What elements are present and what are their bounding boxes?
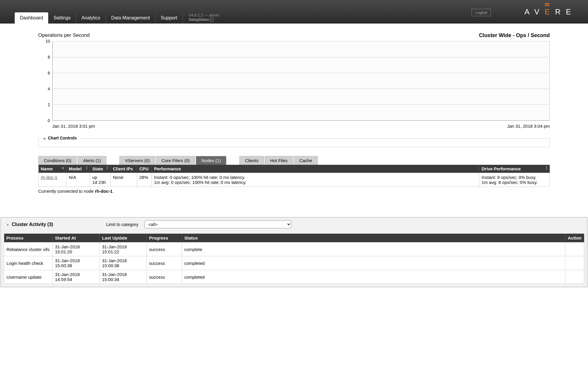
cell-updated: 31-Jan-2018 15:01:22 [100,242,147,256]
col-cpu[interactable]: CPU [137,165,152,173]
tab-data-management[interactable]: Data Management [106,12,156,24]
chart-controls-toggle[interactable]: Chart Controls [42,136,78,140]
logout-button[interactable]: Logout [472,9,491,16]
cluster-activity-toggle[interactable]: Cluster Activity (3) [6,222,53,227]
version-info: V4.8.2.2 --- admin SetupDemo ≡ [189,13,219,24]
limit-category-label: Limit to category [106,222,138,227]
chart-area: 10 8 6 4 2 0 Jan 31, 2018 3:01 pm Jan 31… [44,41,550,127]
avere-logo: AVERE [524,7,576,16]
col-last-update[interactable]: Last Update [100,234,147,242]
tab-analytics[interactable]: Analytics [76,12,106,24]
cell-client-ips: None [111,173,137,187]
tab-cache[interactable]: Cache [294,156,318,165]
cell-started: 31-Jan-2018 15:01:20 [53,242,100,256]
cell-started: 31-Jan-2018 15:00:38 [53,256,100,270]
cluster-menu-icon[interactable]: ≡ [210,18,213,22]
col-drive-performance[interactable]: Drive Performance▲▼ [479,165,550,173]
col-action[interactable]: Action [565,234,584,242]
cell-model: N/A [66,173,90,187]
cell-process: Username update [4,270,53,284]
cell-updated: 31-Jan-2018 15:00:38 [100,256,147,270]
col-status[interactable]: Status [182,234,565,242]
tab-core-filers[interactable]: Core Filers (0) [156,156,195,165]
chart-y-title: Operations per Second [38,32,90,38]
col-progress[interactable]: Progress [147,234,182,242]
table-row: Login health check31-Jan-2018 15:00:3831… [4,256,584,270]
cell-progress: success [147,256,182,270]
cell-started: 31-Jan-2018 14:59:54 [53,270,100,284]
col-started[interactable]: Started At [53,234,100,242]
tab-settings[interactable]: Settings [48,12,76,24]
header-bar: Logout AVERE Dashboard Settings Analytic… [0,0,588,24]
cell-performance: Instant: 0 ops/sec; 100% hit rate; 0 ms … [152,173,479,187]
cell-state: up 1d 23h [90,173,111,187]
chart-main-title: Cluster Wide - Ops / Second [479,32,550,39]
table-row: Username update31-Jan-2018 14:59:5431-Ja… [4,270,584,284]
table-row: rh-doc-1 N/A up 1d 23h None 28% Instant:… [39,173,550,187]
col-process[interactable]: Process [4,234,53,242]
col-model[interactable]: Model▲▼ [66,165,90,173]
nodes-table: Name▼ Model▲▼ State▲▼ Client IPs CPU Per… [38,165,550,187]
main-content: Operations per Second Cluster Wide - Ops… [0,24,588,202]
col-state[interactable]: State▲▼ [90,165,111,173]
chart-y-axis: 10 8 6 4 2 0 [41,41,50,121]
node-link[interactable]: rh-doc-1 [41,175,57,180]
tab-dashboard[interactable]: Dashboard [15,12,48,24]
chart-x-axis: Jan 31, 2018 3:01 pm Jan 31, 2018 3:04 p… [52,124,550,129]
tab-nodes[interactable]: Nodes (1) [196,156,226,165]
cell-status: complete [182,242,565,256]
main-tabs: Dashboard Settings Analytics Data Manage… [15,12,219,24]
tab-clients[interactable]: Clients [239,156,264,165]
col-client-ips[interactable]: Client IPs [111,165,137,173]
col-performance[interactable]: Performance [152,165,479,173]
connected-note: Currently connected to node rh-doc-1. [38,189,550,194]
tab-hot-files[interactable]: Hot Files [265,156,293,165]
cell-action [565,256,584,270]
chart-section: Operations per Second Cluster Wide - Ops… [38,32,550,147]
cluster-activity-panel: Cluster Activity (3) Limit to category <… [1,217,587,287]
cell-action [565,270,584,284]
tab-conditions[interactable]: Conditions (0) [38,156,77,165]
cell-progress: success [147,242,182,256]
cell-process: Login health check [4,256,53,270]
chart-plot[interactable] [52,41,550,121]
cell-process: Rebalance cluster vifs [4,242,53,256]
tab-support[interactable]: Support [156,12,183,24]
cell-progress: success [147,270,182,284]
category-select[interactable]: <all> [144,220,291,228]
cell-status: completed [182,256,565,270]
status-tabs: Conditions (0) Alerts (1) VServers (0) C… [38,156,550,165]
cell-drive-performance: Instant: 9 ops/sec; 0% busy. 1m avg: 8 o… [479,173,550,187]
tab-alerts[interactable]: Alerts (1) [77,156,106,165]
cell-cpu: 28% [137,173,152,187]
col-name[interactable]: Name▼ [39,165,66,173]
cell-status: completed [182,270,565,284]
table-row: Rebalance cluster vifs31-Jan-2018 15:01:… [4,242,584,256]
activity-table: Process Started At Last Update Progress … [4,234,584,284]
cell-action [565,242,584,256]
chart-controls-panel[interactable]: Chart Controls [38,138,550,147]
tab-vservers[interactable]: VServers (0) [119,156,155,165]
cell-updated: 31-Jan-2018 15:00:34 [100,270,147,284]
